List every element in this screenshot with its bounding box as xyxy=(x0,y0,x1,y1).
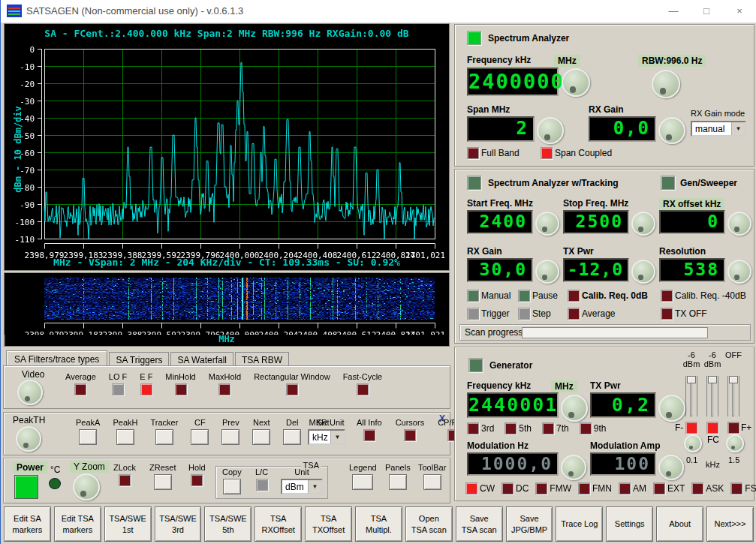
yzoom-knob[interactable] xyxy=(73,473,100,500)
resolution-knob[interactable] xyxy=(727,260,751,284)
span-knob[interactable] xyxy=(537,117,564,144)
gen-sweeper-enable[interactable] xyxy=(661,176,675,190)
tab-sa-waterfall[interactable]: SA Waterfall xyxy=(170,352,233,367)
gen-mhz-button[interactable]: MHz xyxy=(551,380,577,392)
checkbox-e-f[interactable] xyxy=(140,383,152,395)
chevron-down-icon[interactable]: ▼ xyxy=(330,431,344,443)
modulation-amp-display[interactable]: 100 xyxy=(590,452,656,476)
gen-frequency-knob[interactable] xyxy=(561,395,588,422)
f-step-right-knob[interactable] xyxy=(726,434,744,452)
rbw-knob[interactable] xyxy=(652,70,680,98)
toolbar-button[interactable] xyxy=(423,474,441,490)
del-button[interactable] xyxy=(283,429,301,445)
next-button[interactable]: Next>>> xyxy=(706,506,754,542)
next-button[interactable] xyxy=(252,429,270,445)
modulation-amp-knob[interactable] xyxy=(658,455,684,480)
power-button[interactable] xyxy=(14,475,38,499)
checkbox-rectangular-window[interactable] xyxy=(286,383,298,395)
f-minus-checkbox[interactable] xyxy=(685,422,697,434)
start-freq-display[interactable]: 2400 xyxy=(467,210,533,234)
start-freq-knob[interactable] xyxy=(535,212,559,236)
frequency-knob[interactable] xyxy=(562,68,590,97)
save-jpg-bmp-button[interactable]: Save JPG/BMP xyxy=(506,506,553,542)
checkbox-7th[interactable] xyxy=(542,422,554,434)
stop-freq-display[interactable]: 2500 xyxy=(563,210,629,234)
checkbox-pause[interactable] xyxy=(518,290,530,302)
edit-sa-markers-button[interactable]: Edit SA markers xyxy=(4,506,51,542)
cf-button[interactable] xyxy=(191,429,209,445)
trk-rx-gain-display[interactable]: 30,0 xyxy=(467,258,533,282)
stop-freq-knob[interactable] xyxy=(631,212,655,236)
checkbox-cw[interactable] xyxy=(465,482,477,494)
checkbox-average[interactable] xyxy=(74,383,86,395)
checkbox-am[interactable] xyxy=(619,482,631,494)
checkbox-manual[interactable] xyxy=(467,290,479,302)
checkbox-cursors[interactable] xyxy=(404,429,416,441)
rx-gain-mode-select[interactable]: manual▼ xyxy=(691,121,746,137)
marker-panel-close-icon[interactable]: X xyxy=(439,413,445,424)
zlock-checkbox[interactable] xyxy=(119,474,131,486)
checkbox-maxhold[interactable] xyxy=(218,383,230,395)
prev-button[interactable] xyxy=(221,429,239,445)
rx-offset-knob[interactable] xyxy=(727,212,751,236)
save-tsa-scan-button[interactable]: Save TSA scan xyxy=(456,506,503,542)
tsa-swe-5th-button[interactable]: TSA/SWE 5th xyxy=(204,506,251,542)
f-plus-slider[interactable] xyxy=(727,376,739,416)
lc-checkbox[interactable] xyxy=(256,479,268,491)
checkbox-lo-f[interactable] xyxy=(112,383,124,395)
checkbox-ext[interactable] xyxy=(653,482,665,494)
about-button[interactable]: About xyxy=(656,506,703,542)
trace-log-button[interactable]: Trace Log xyxy=(556,506,603,542)
tab-tsa-rbw[interactable]: TSA RBW xyxy=(235,352,289,367)
checkbox-fsk[interactable] xyxy=(730,482,742,494)
f-minus-slider[interactable] xyxy=(685,376,697,416)
f-plus-checkbox[interactable] xyxy=(727,422,739,434)
checkbox-trigger[interactable] xyxy=(467,308,479,320)
span-display[interactable]: 2 xyxy=(467,116,535,142)
checkbox-dc[interactable] xyxy=(501,482,514,494)
tsa-swe-1st-button[interactable]: TSA/SWE 1st xyxy=(104,506,152,542)
trk-tx-pwr-display[interactable]: -12,0 xyxy=(563,258,629,282)
hold-checkbox[interactable] xyxy=(191,474,203,486)
generator-enable[interactable] xyxy=(468,358,483,372)
video-knob[interactable] xyxy=(17,380,43,405)
checkbox-tx-off[interactable] xyxy=(661,308,673,320)
checkbox-all-info[interactable] xyxy=(363,429,375,441)
legend-button[interactable] xyxy=(352,474,373,490)
trk-rx-gain-knob[interactable] xyxy=(535,260,559,284)
modulation-hz-display[interactable]: 1000,0 xyxy=(467,452,559,476)
fc-slider[interactable] xyxy=(706,376,718,416)
zreset-button[interactable] xyxy=(154,474,172,490)
f-step-left-knob[interactable] xyxy=(684,434,702,452)
modulation-hz-knob[interactable] xyxy=(561,455,586,480)
chevron-down-icon[interactable]: ▼ xyxy=(731,122,745,135)
copy-button[interactable] xyxy=(223,479,241,494)
maximize-icon[interactable]: □ xyxy=(690,0,723,23)
panels-button[interactable] xyxy=(389,474,407,490)
checkbox-ask[interactable] xyxy=(691,482,703,494)
span-coupled-checkbox[interactable] xyxy=(541,147,553,159)
tsa-txoffset-button[interactable]: TSA TXOffset xyxy=(305,506,352,542)
tab-sa-triggers[interactable]: SA Triggers xyxy=(109,352,169,367)
checkbox-5th[interactable] xyxy=(505,422,517,434)
tsa-swe-3rd-button[interactable]: TSA/SWE 3rd xyxy=(155,506,202,542)
peakth-knob[interactable] xyxy=(16,426,41,452)
checkbox-step[interactable] xyxy=(518,308,530,320)
rx-offset-display[interactable]: 0 xyxy=(659,210,725,234)
tracking-enable[interactable] xyxy=(467,176,481,190)
peaka-button[interactable] xyxy=(79,429,97,445)
tsa-rxoffset-button[interactable]: TSA RXOffset xyxy=(255,506,302,542)
peakh-button[interactable] xyxy=(116,429,134,445)
tsa-multipl-button[interactable]: TSA Multipl. xyxy=(355,506,402,542)
checkbox-average[interactable] xyxy=(568,308,580,320)
tracker-button[interactable] xyxy=(155,429,173,445)
checkbox-calib-req-40db[interactable] xyxy=(661,290,673,302)
fc-checkbox[interactable] xyxy=(706,422,718,434)
gen-tx-pwr-knob[interactable] xyxy=(658,395,685,422)
minimize-icon[interactable]: — xyxy=(657,0,690,23)
gen-frequency-display[interactable]: 2440001 xyxy=(467,392,559,418)
checkbox-fmn[interactable] xyxy=(578,482,590,494)
spectrum-analyzer-enable[interactable] xyxy=(467,31,481,45)
unit-select[interactable]: dBm▼ xyxy=(281,479,323,494)
mhz-button[interactable]: MHz xyxy=(554,55,580,67)
